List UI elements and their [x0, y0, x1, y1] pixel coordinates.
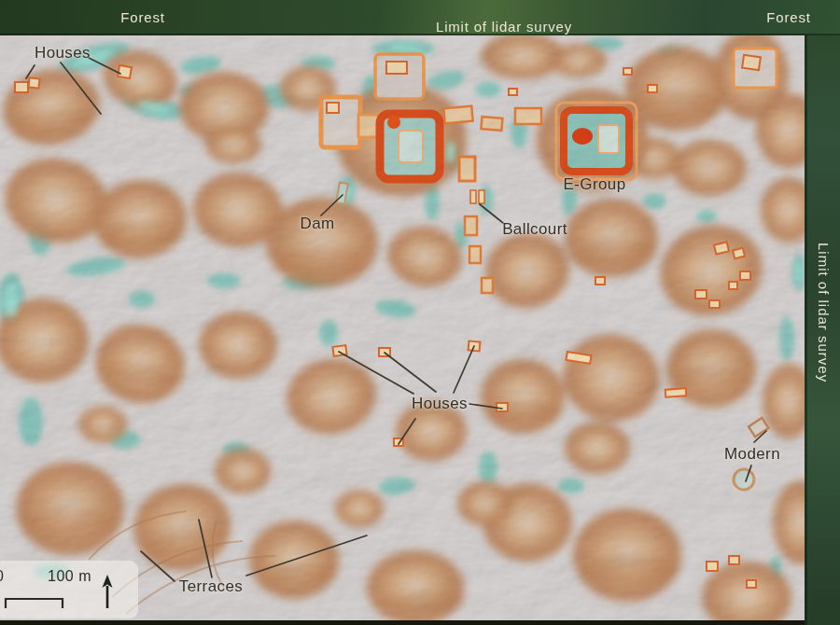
map-label-modern: Modern	[724, 445, 780, 464]
lidar-figure: HousesDamBallcourtE-GroupHousesModernTer…	[0, 0, 840, 625]
lidar-limit-label-top: Limit of lidar survey	[436, 19, 572, 35]
forest-label-left: Forest	[120, 9, 164, 25]
north-arrow-icon	[103, 575, 113, 608]
scale-bar-bracket	[6, 599, 63, 608]
scale-panel: 0 100 m	[0, 561, 138, 618]
map-label-terraces: Terraces	[179, 577, 243, 596]
map-label-dam: Dam	[300, 215, 334, 233]
bottom-edge-strip	[0, 620, 805, 625]
forest-top-bar: Forest Limit of lidar survey Forest	[0, 0, 840, 35]
forest-right-bar: Limit of lidar survey	[805, 0, 840, 625]
lidar-limit-label-right: Limit of lidar survey	[816, 243, 832, 382]
lidar-terrain-image	[0, 0, 840, 625]
map-label-houses-nw: Houses	[35, 44, 91, 62]
map-label-ballcourt: Ballcourt	[502, 220, 567, 239]
map-label-houses-center: Houses	[412, 395, 468, 413]
forest-label-right: Forest	[766, 9, 810, 25]
relief-texture	[0, 34, 840, 625]
scale-marks	[0, 561, 138, 618]
map-label-e-group: E-Group	[563, 175, 625, 194]
